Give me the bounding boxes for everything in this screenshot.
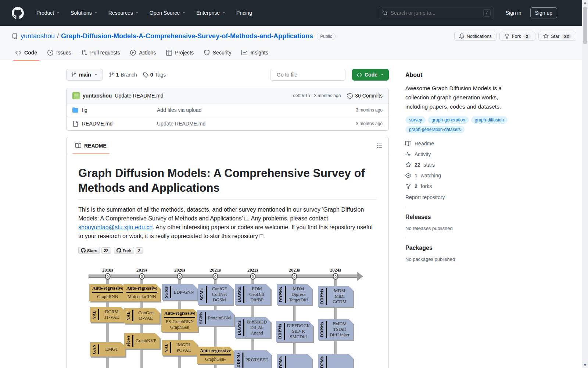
email-link[interactable]: shouyuntao@stu.xjtu.edu.cn — [78, 224, 153, 230]
sidebar-item-readme[interactable]: Readme — [405, 141, 514, 146]
chevron-down-icon — [94, 72, 98, 77]
readme-tab-label: README — [84, 143, 107, 149]
tab-label: Code — [24, 50, 37, 56]
global-search-input[interactable] — [391, 10, 480, 16]
table-icon — [166, 50, 172, 56]
repo-name-link[interactable]: Graph-Diffusion-Models-A-Comprehensive-S… — [61, 32, 313, 40]
topic-tag[interactable]: survey — [405, 116, 426, 124]
table-row[interactable]: README.md Update README.md 3 months ago — [67, 117, 388, 130]
timeline-box: VAE IMGDLPCVAE — [162, 340, 197, 355]
scroll-up-arrow-icon[interactable] — [584, 2, 587, 4]
file-name-link[interactable]: README.md — [72, 121, 157, 127]
notifications-button[interactable]: Notifications — [454, 32, 496, 41]
timeline-box: DDPMs — [318, 354, 353, 368]
branch-selector[interactable]: main — [66, 69, 103, 81]
book-icon — [75, 143, 81, 149]
tab-actions[interactable]: Actions — [126, 46, 159, 61]
sidebar-item-activity[interactable]: Activity — [405, 151, 514, 157]
go-to-file-input[interactable] — [277, 72, 343, 78]
timeline-node-icon — [292, 273, 297, 280]
tab-code[interactable]: Code — [12, 46, 41, 61]
box-method: PROTSEED — [245, 357, 268, 363]
nav-item-enterprise[interactable]: Enterprise — [193, 7, 230, 19]
topic-tag[interactable]: graph-generation — [428, 116, 469, 124]
code-download-button[interactable]: Code — [352, 69, 389, 81]
commit-history-link[interactable]: 36 Commits — [347, 93, 383, 99]
github-mark-icon — [116, 248, 121, 253]
timeline-box: Flows GraphNVP — [124, 333, 159, 349]
tags-link[interactable]: 0 Tags — [143, 72, 166, 78]
box-method: GraphRNN — [92, 294, 123, 300]
table-row[interactable]: fig Add files via upload 3 months ago — [67, 103, 388, 117]
topic-tag[interactable]: graph-diffusion — [471, 116, 508, 124]
topic-tag[interactable]: graph-generation-datasets — [405, 126, 465, 133]
fork-shield-badge[interactable]: Fork 2 — [114, 247, 143, 254]
branches-link[interactable]: 1 Branch — [109, 72, 137, 78]
avatar[interactable] — [72, 92, 80, 99]
nav-item-product[interactable]: Product — [33, 7, 64, 19]
sidebar-item-forks[interactable]: 2 forks — [405, 183, 514, 189]
nav-item-solutions[interactable]: Solutions — [67, 7, 102, 19]
timeline-box: Auto-regressive GraphRNN — [89, 284, 126, 301]
readme-body: Graph Diffusion Models: A Comprehensive … — [67, 154, 388, 368]
outline-icon[interactable] — [377, 143, 383, 149]
nav-label: Pricing — [236, 10, 252, 16]
box-method: MDM — [288, 286, 309, 292]
scrollbar-thumb[interactable] — [583, 7, 587, 44]
sign-in-link[interactable]: Sign in — [503, 8, 524, 18]
nav-item-open-source[interactable]: Open Source — [146, 7, 190, 19]
box-method: EDP-GNN — [173, 290, 194, 295]
notifications-label: Notifications — [467, 34, 492, 39]
commit-author-link[interactable]: yuntaoshou — [83, 93, 112, 99]
star-icon — [543, 33, 549, 39]
go-to-file-box[interactable] — [270, 69, 345, 81]
global-search-box[interactable]: / — [379, 7, 494, 19]
sidebar-item-stars[interactable]: 22 stars — [405, 162, 514, 168]
tab-insights[interactable]: Insights — [238, 46, 272, 61]
repo-owner-link[interactable]: yuntaoshou — [21, 32, 55, 40]
box-method: DiffAb — [246, 325, 268, 330]
nav-item-resources[interactable]: Resources — [105, 7, 143, 19]
forks-count: 2 — [415, 183, 417, 189]
tab-projects[interactable]: Projects — [162, 46, 197, 61]
readme-tab[interactable]: README — [72, 137, 110, 154]
fork-button[interactable]: Fork 2 — [499, 32, 535, 41]
file-name-link[interactable]: fig — [72, 107, 157, 113]
file-commit-message[interactable]: Update README.md — [157, 121, 205, 127]
box-category-label: GAN — [92, 344, 96, 354]
sign-up-button[interactable]: Sign up — [530, 7, 557, 18]
timeline-box: GAN LMGT — [90, 342, 125, 357]
box-category-label: DDPMs — [236, 353, 240, 368]
timeline-year-label: 2019s — [136, 268, 147, 273]
readme-paragraph: This is the summation of all the methods… — [78, 205, 377, 241]
pulse-icon — [405, 151, 411, 157]
timeline-node-icon — [213, 273, 218, 280]
about-description: Awesome Graph Diffusion Models is a coll… — [405, 84, 514, 111]
commit-message-link[interactable]: Update README.md — [115, 93, 163, 99]
tab-label: Projects — [175, 50, 194, 56]
report-repository-link[interactable]: Report repository — [405, 194, 514, 200]
star-button[interactable]: Star 22 — [538, 32, 576, 41]
forks-stat-label: forks — [421, 183, 432, 189]
divider — [405, 207, 514, 207]
stars-shield-badge[interactable]: Stars 22 — [78, 247, 111, 254]
nav-label: Solutions — [71, 10, 92, 16]
file-commit-message[interactable]: Add files via upload — [157, 107, 201, 113]
box-method: GeoDiff — [246, 292, 268, 297]
scroll-down-arrow-icon[interactable] — [584, 364, 587, 366]
box-method: LMGT — [101, 347, 122, 352]
tab-pull-requests[interactable]: Pull requests — [78, 46, 123, 61]
tab-security[interactable]: Security — [200, 46, 235, 61]
nav-item-pricing[interactable]: Pricing — [233, 7, 256, 19]
timeline-node-icon — [105, 273, 111, 280]
commit-sha-time: de09e1a · 3 months ago — [293, 93, 341, 98]
shield-badges: Stars 22 Fork 2 — [78, 247, 377, 254]
box-method: SMCDiff — [287, 334, 310, 340]
chevron-down-icon — [380, 72, 384, 77]
vertical-scrollbar[interactable] — [582, 0, 588, 368]
box-method: JT-VAE — [101, 315, 122, 320]
tab-issues[interactable]: Issues — [44, 46, 75, 61]
timeline-node-icon — [139, 273, 145, 280]
github-logo-icon[interactable] — [12, 7, 24, 19]
sidebar-item-watching[interactable]: 1 watching — [405, 173, 514, 178]
